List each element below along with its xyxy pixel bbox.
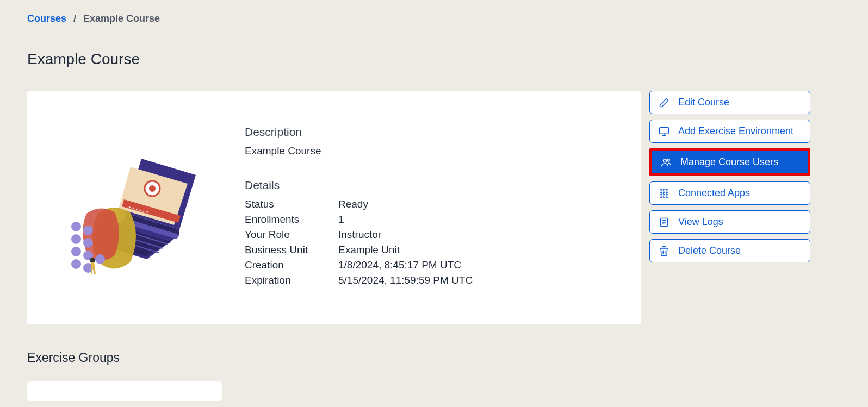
- button-label: Add Exercise Environment: [678, 126, 793, 137]
- breadcrumb-separator: /: [73, 13, 76, 24]
- detail-label: Enrollments: [245, 214, 338, 226]
- laptop-security-illustration-icon: * * * * * 0: [60, 137, 212, 289]
- svg-rect-32: [663, 192, 665, 194]
- edit-course-button[interactable]: Edit Course: [649, 91, 810, 114]
- svg-point-4: [149, 185, 156, 192]
- breadcrumb: Courses / Example Course: [27, 13, 838, 24]
- trash-icon: [659, 246, 669, 256]
- button-label: Manage Course Users: [680, 156, 778, 168]
- svg-point-19: [95, 254, 105, 264]
- svg-rect-30: [666, 189, 668, 191]
- svg-point-15: [71, 234, 81, 244]
- svg-rect-23: [660, 127, 669, 134]
- details-heading: Details: [245, 179, 619, 192]
- course-page: Courses / Example Course Example Course: [0, 0, 838, 407]
- svg-rect-33: [666, 192, 668, 194]
- svg-rect-28: [660, 189, 662, 191]
- course-info-card: * * * * * 0: [27, 91, 641, 324]
- svg-point-27: [667, 159, 669, 161]
- detail-label: Business Unit: [245, 244, 338, 256]
- detail-label: Expiration: [245, 274, 338, 286]
- svg-point-14: [83, 226, 93, 235]
- document-list-icon: [659, 217, 669, 228]
- page-title: Example Course: [27, 51, 838, 68]
- content-row: * * * * * 0: [27, 91, 838, 324]
- course-illustration: * * * * * 0: [49, 123, 223, 303]
- course-info: Description Example Course Details Statu…: [245, 123, 619, 303]
- users-icon: [661, 157, 672, 168]
- detail-value: 1/8/2024, 8:45:17 PM UTC: [338, 259, 619, 271]
- details-grid: Status Ready Enrollments 1 Your Role Ins…: [245, 198, 619, 286]
- svg-point-17: [71, 247, 81, 256]
- description-text: Example Course: [245, 145, 619, 157]
- svg-point-16: [83, 238, 93, 248]
- add-exercise-environment-button[interactable]: Add Exercise Environment: [649, 120, 810, 143]
- breadcrumb-root-link[interactable]: Courses: [27, 13, 66, 24]
- button-label: View Logs: [678, 216, 723, 228]
- svg-rect-36: [666, 196, 668, 197]
- button-label: Delete Course: [678, 245, 741, 256]
- manage-course-users-button[interactable]: Manage Course Users: [652, 151, 808, 173]
- detail-label: Creation: [245, 259, 338, 271]
- monitor-icon: [659, 126, 669, 137]
- detail-value: Ready: [338, 198, 619, 210]
- svg-point-13: [71, 222, 81, 231]
- detail-value: Example Unit: [338, 244, 619, 256]
- detail-label: Your Role: [245, 229, 338, 241]
- exercise-groups-heading: Exercise Groups: [27, 350, 838, 365]
- view-logs-button[interactable]: View Logs: [649, 210, 810, 234]
- exercise-group-card[interactable]: [27, 381, 222, 401]
- svg-point-26: [664, 159, 667, 162]
- svg-point-22: [90, 258, 95, 263]
- manage-users-highlight: Manage Course Users: [649, 148, 810, 176]
- connected-apps-button[interactable]: Connected Apps: [649, 181, 810, 205]
- svg-rect-31: [660, 192, 662, 194]
- detail-value: 5/15/2024, 11:59:59 PM UTC: [338, 274, 619, 286]
- svg-rect-34: [660, 196, 662, 197]
- pencil-icon: [659, 97, 669, 108]
- delete-course-button[interactable]: Delete Course: [649, 239, 810, 262]
- detail-label: Status: [245, 198, 338, 210]
- breadcrumb-current: Example Course: [83, 13, 160, 24]
- svg-rect-29: [663, 189, 665, 191]
- svg-point-20: [71, 259, 81, 269]
- button-label: Connected Apps: [678, 187, 750, 199]
- detail-value: Instructor: [338, 229, 619, 241]
- actions-panel: Edit Course Add Exercise Environment: [649, 91, 810, 262]
- apps-grid-icon: [659, 188, 669, 199]
- svg-rect-35: [663, 196, 665, 197]
- detail-value: 1: [338, 214, 619, 226]
- button-label: Edit Course: [678, 97, 729, 108]
- description-heading: Description: [245, 126, 619, 139]
